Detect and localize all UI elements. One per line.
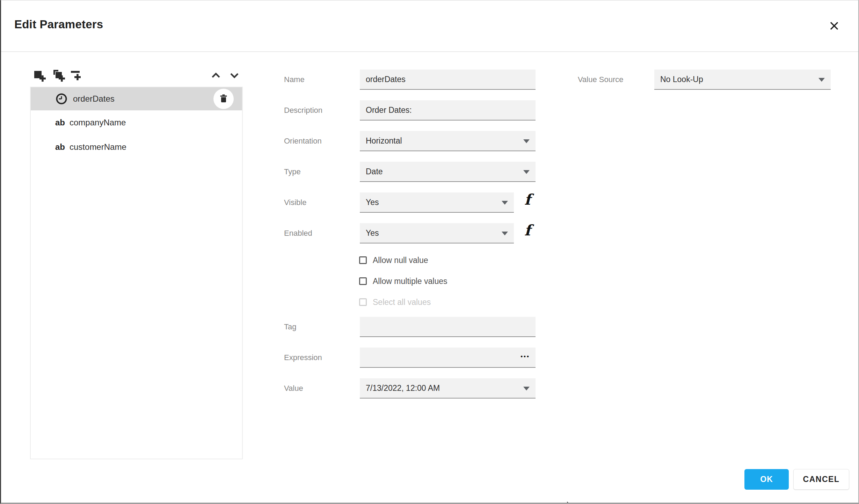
add-separator-icon xyxy=(69,68,84,84)
clock-icon xyxy=(55,93,68,105)
move-up-button[interactable] xyxy=(208,68,224,83)
mouse-cursor-icon xyxy=(566,501,573,504)
cancel-button[interactable]: CANCEL xyxy=(793,469,849,490)
checkbox-icon xyxy=(359,298,367,306)
parameter-toolbar xyxy=(32,67,243,85)
ellipsis-icon[interactable]: ••• xyxy=(521,353,530,360)
enabled-select[interactable]: Yes xyxy=(360,223,514,243)
parameter-label: companyName xyxy=(70,118,126,127)
add-parameter-copy-button[interactable] xyxy=(50,68,66,83)
dropdown-caret-icon xyxy=(523,139,530,143)
checkbox-label: Select all values xyxy=(373,298,431,307)
orientation-label: Orientation xyxy=(284,131,322,151)
dropdown-caret-icon xyxy=(523,170,530,174)
dropdown-caret-icon xyxy=(502,201,508,205)
name-label: Name xyxy=(284,70,305,90)
dialog-header: Edit Parameters xyxy=(1,0,858,52)
description-input[interactable] xyxy=(360,100,536,120)
add-parameter-copy-icon xyxy=(50,68,66,84)
expression-field[interactable]: ••• xyxy=(360,348,536,368)
orientation-value: Horizontal xyxy=(366,136,402,146)
enabled-function-icon[interactable]: f xyxy=(524,222,531,239)
visible-function-icon[interactable]: f xyxy=(524,191,531,208)
checkbox-icon xyxy=(359,256,367,264)
visible-select[interactable]: Yes xyxy=(360,192,514,213)
dialog-body: orderDates ab companyName ab xyxy=(1,52,858,503)
value-label: Value xyxy=(284,378,303,399)
tag-label: Tag xyxy=(284,317,296,337)
move-down-button[interactable] xyxy=(227,68,242,83)
chevron-up-icon xyxy=(210,72,222,80)
parameter-item-companyname[interactable]: ab companyName xyxy=(31,110,242,135)
delete-parameter-button[interactable] xyxy=(213,89,234,109)
checkbox-label: Allow multiple values xyxy=(373,277,447,286)
dropdown-caret-icon xyxy=(818,78,825,82)
text-parameter-icon: ab xyxy=(55,142,65,152)
value-source-select[interactable]: No Look-Up xyxy=(654,70,831,90)
parameter-label: orderDates xyxy=(73,94,115,104)
visible-label: Visible xyxy=(284,192,306,213)
type-value: Date xyxy=(366,167,383,176)
parameter-list: orderDates ab companyName ab xyxy=(30,87,243,459)
description-label: Description xyxy=(284,100,322,120)
orientation-select[interactable]: Horizontal xyxy=(360,131,536,151)
type-label: Type xyxy=(284,162,301,182)
type-select[interactable]: Date xyxy=(360,162,536,182)
parameter-item-orderdates[interactable]: orderDates xyxy=(31,87,242,110)
ok-button[interactable]: OK xyxy=(744,469,789,490)
dialog-title: Edit Parameters xyxy=(14,18,103,31)
add-parameter-button[interactable] xyxy=(32,68,47,83)
close-button[interactable] xyxy=(827,19,842,34)
dropdown-caret-icon xyxy=(502,232,508,235)
visible-value: Yes xyxy=(366,198,379,207)
add-separator-button[interactable] xyxy=(69,68,84,83)
parameter-item-customername[interactable]: ab customerName xyxy=(31,135,242,159)
chevron-down-icon xyxy=(228,72,240,80)
value-source-value: No Look-Up xyxy=(660,75,703,84)
allow-multiple-values-checkbox[interactable]: Allow multiple values xyxy=(359,275,447,287)
tag-input[interactable] xyxy=(360,317,536,337)
expression-label: Expression xyxy=(284,348,322,368)
value-value: 7/13/2022, 12:00 AM xyxy=(366,384,440,393)
edit-parameters-dialog: Edit Parameters xyxy=(0,0,859,504)
enabled-label: Enabled xyxy=(284,223,312,243)
enabled-value: Yes xyxy=(366,228,379,238)
name-input[interactable] xyxy=(360,70,536,90)
value-source-label: Value Source xyxy=(578,70,623,90)
add-parameter-icon xyxy=(32,68,47,84)
parameter-label: customerName xyxy=(70,142,126,152)
text-parameter-icon: ab xyxy=(55,118,65,127)
close-icon xyxy=(828,28,840,33)
allow-null-value-checkbox[interactable]: Allow null value xyxy=(359,254,428,266)
value-select[interactable]: 7/13/2022, 12:00 AM xyxy=(360,378,536,399)
checkbox-icon xyxy=(359,277,367,285)
checkbox-label: Allow null value xyxy=(373,256,428,265)
dropdown-caret-icon xyxy=(523,387,530,390)
trash-icon xyxy=(218,93,229,105)
select-all-values-checkbox: Select all values xyxy=(359,296,431,308)
